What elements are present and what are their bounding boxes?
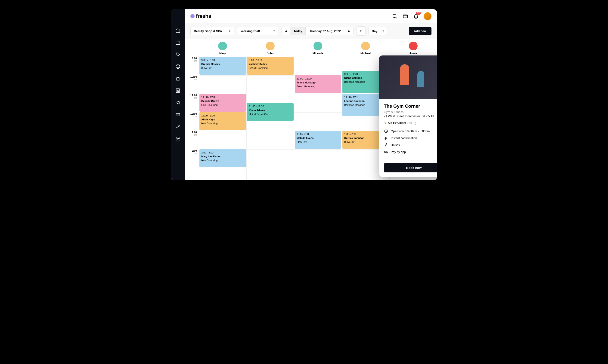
tag-icon[interactable] [175, 52, 181, 57]
svg-rect-0 [176, 41, 180, 45]
appointment-client: Alicia Keys [201, 118, 244, 122]
time-label: 1:00pm [185, 131, 199, 149]
staff-column[interactable]: Annie [389, 42, 437, 55]
staff-avatar [409, 42, 418, 50]
staff-name: Annie [409, 52, 417, 55]
gender-icon [384, 143, 388, 147]
appointment-time: 11:30 - 12:30 [249, 105, 292, 108]
staff-column[interactable]: Miranda [294, 42, 342, 55]
appointment[interactable]: 9:00 - 10:00Zachary KelleyBeard Grooming [247, 57, 294, 75]
today-button[interactable]: Today [290, 27, 306, 35]
calendar-settings-button[interactable] [356, 26, 366, 36]
settings-icon[interactable] [175, 136, 181, 142]
svg-rect-8 [403, 15, 407, 18]
appointment[interactable]: 11:00 - 12:00Beverly BrownHair Colouring [199, 94, 246, 112]
staff-column[interactable]: John [246, 42, 294, 55]
time-label: 11:00am [185, 94, 199, 112]
appointment[interactable]: 1:00 - 2:00Matilda EvansBlow Dry [295, 131, 341, 149]
user-avatar[interactable] [424, 12, 431, 20]
svg-point-9 [360, 30, 361, 31]
staff-avatar [361, 42, 370, 50]
search-icon[interactable] [392, 13, 398, 19]
prev-day-button[interactable]: ◀ [282, 27, 290, 35]
venue-image [379, 55, 437, 99]
appointment[interactable]: 10:00 - 11:00Jenny MurtaughBeard Groomin… [295, 75, 341, 93]
date-display[interactable]: Tuesday 27 Aug, 2022 [306, 27, 345, 35]
svg-point-6 [177, 138, 179, 139]
time-label: 2:00pm [185, 149, 199, 168]
appointment-service: Blow Dry [297, 140, 339, 144]
feature-confirm: Instant confirmation [384, 136, 437, 140]
venue-rating: ★ 5.0 Excellent (100+) [384, 121, 437, 125]
appointment-client: Matilda Evans [297, 136, 339, 140]
topbar-actions: 12 [392, 12, 431, 20]
staff-avatar [218, 42, 227, 50]
next-day-button[interactable]: ▶ [345, 27, 353, 35]
svg-rect-5 [176, 114, 180, 116]
home-icon[interactable] [175, 28, 181, 33]
time-label: 9:00am [185, 57, 199, 75]
venue-card: The Gym Corner Gym & Fitness 71 West Str… [379, 55, 437, 177]
chevron-down-icon: ▼ [229, 30, 231, 32]
brand-name: fresha [196, 13, 211, 19]
notification-badge: 12 [416, 12, 421, 15]
wallet-icon[interactable] [402, 13, 408, 19]
svg-point-4 [178, 90, 178, 91]
time-column: 9:00am10:00am11:00am12:00pm1:00pm2:00pm [185, 57, 199, 180]
appointment-service: Hair Colouring [201, 122, 244, 126]
appointment-service: Hair & Beard Cut [249, 113, 292, 116]
appointment-time: 1:00 - 2:00 [297, 132, 339, 136]
chevron-down-icon: ▼ [382, 30, 384, 32]
date-navigator: ◀ Today Tuesday 27 Aug, 2022 ▶ [282, 27, 354, 35]
staff-header: MaryJohnMirandaMichaelAnnie [185, 39, 437, 57]
staff-avatar [314, 42, 322, 50]
svg-point-1 [177, 53, 177, 54]
megaphone-icon[interactable] [175, 100, 181, 105]
location-select[interactable]: Beauty Shop & SPA▼ [190, 27, 234, 35]
appointment-time: 9:00 - 10:00 [201, 58, 244, 62]
appointment[interactable]: 9:00 - 10:00Brenda MasseyBlow Dry [199, 57, 246, 75]
add-new-button[interactable]: Add new [409, 27, 431, 35]
feature-payment: Pay by app [384, 150, 437, 154]
time-label: 10:00am [185, 75, 199, 94]
feature-gender: Unisex [384, 143, 437, 147]
day-column: 9:00 - 10:00Zachary KelleyBeard Grooming… [246, 57, 294, 180]
brand: fresha [190, 13, 211, 19]
topbar: fresha 12 [185, 9, 437, 23]
appointment-client: Brenda Massey [201, 62, 244, 66]
appointment-client: Mary Lee Fisher [201, 155, 244, 158]
staff-column[interactable]: Mary [199, 42, 246, 55]
payment-icon [384, 150, 388, 154]
bolt-icon [384, 136, 388, 140]
notifications-icon[interactable]: 12 [413, 13, 419, 19]
chevron-left-icon: ◀ [285, 30, 287, 32]
chevron-right-icon: ▶ [348, 30, 350, 32]
clock-icon [384, 129, 388, 133]
venue-address: 71 West Street, Dorchester, DT7 5UH [384, 114, 437, 118]
controls-bar: Beauty Shop & SPA▼ Working Staff▼ ◀ Toda… [185, 23, 437, 39]
contact-icon[interactable] [175, 88, 181, 93]
calendar-icon[interactable] [175, 40, 181, 45]
appointment-service: Beard Grooming [249, 66, 292, 70]
time-label: 12:00pm [185, 112, 199, 131]
appointment-client: Kevin Adams [249, 109, 292, 112]
staff-column[interactable]: Michael [342, 42, 389, 55]
staff-select[interactable]: Working Staff▼ [237, 27, 279, 35]
appointment-service: Hair Colouring [201, 103, 244, 107]
card-icon[interactable] [175, 112, 181, 117]
feature-hours: Open now 10:00am - 8:00pm [384, 129, 437, 133]
venue-body: The Gym Corner Gym & Fitness 71 West Str… [379, 99, 437, 161]
chart-icon[interactable] [175, 124, 181, 130]
staff-name: Mary [219, 52, 226, 55]
appointment-time: 2:00 - 3:00 [201, 151, 244, 155]
book-now-button[interactable]: Book now [384, 163, 437, 172]
smile-icon[interactable] [175, 64, 181, 69]
appointment-client: Zachary Kelley [249, 62, 292, 66]
appointment[interactable]: 12:00 - 1:00Alicia KeysHair Colouring [199, 112, 246, 130]
product-icon[interactable] [175, 76, 181, 81]
appointment[interactable]: 2:00 - 3:00Mary Lee FisherHair Colouring [199, 149, 246, 167]
appointment-client: Jenny Murtaugh [297, 81, 339, 85]
view-select[interactable]: Day▼ [368, 27, 387, 35]
appointment[interactable]: 11:30 - 12:30Kevin AdamsHair & Beard Cut [247, 103, 294, 121]
svg-rect-13 [385, 152, 387, 153]
